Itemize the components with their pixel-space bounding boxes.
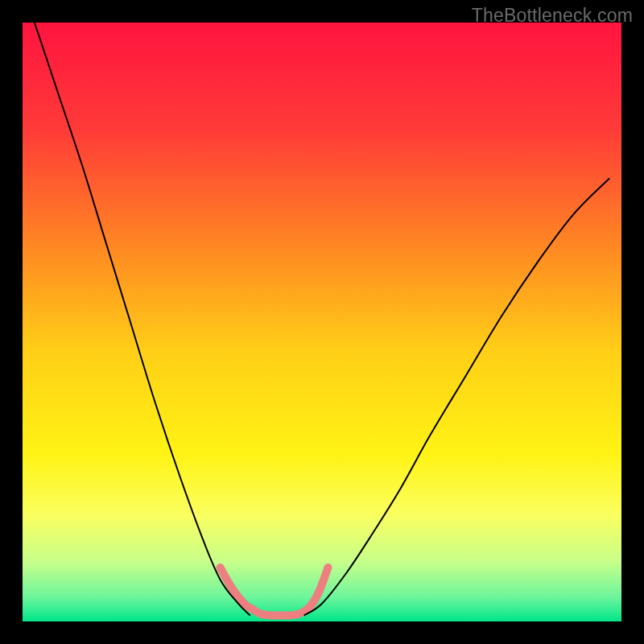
chart-plot-area (23, 23, 621, 621)
series-right-branch-curve (304, 178, 609, 615)
series-left-branch-curve (35, 23, 250, 616)
series-valley-floor-highlight (221, 568, 328, 616)
watermark-text: TheBottleneck.com (472, 5, 633, 27)
chart-curves-layer (23, 23, 621, 621)
